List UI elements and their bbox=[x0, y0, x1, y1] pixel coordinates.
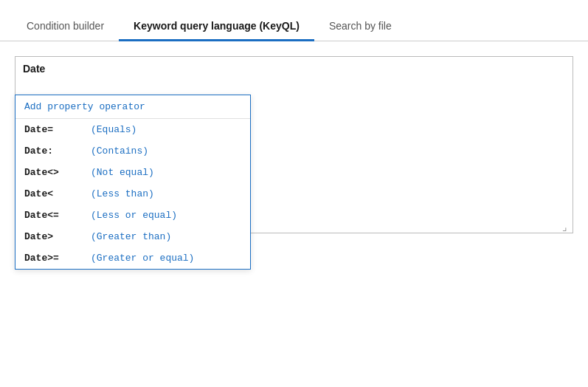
autocomplete-dropdown: Add property operator Date= (Equals) Dat… bbox=[15, 95, 251, 270]
dropdown-item-key-3: Date< bbox=[24, 188, 91, 199]
tab-condition-builder[interactable]: Condition builder bbox=[12, 11, 119, 41]
dropdown-item-key-1: Date: bbox=[24, 145, 91, 157]
dropdown-header[interactable]: Add property operator bbox=[15, 95, 250, 119]
query-label: Date bbox=[23, 63, 45, 75]
tab-search-by-file[interactable]: Search by file bbox=[314, 11, 407, 41]
dropdown-item-desc-4: (Less or equal) bbox=[91, 210, 177, 221]
dropdown-item-key-5: Date> bbox=[24, 231, 91, 242]
dropdown-item-key-4: Date<= bbox=[24, 210, 91, 221]
resize-handle[interactable]: ⌟ bbox=[562, 222, 571, 231]
dropdown-item-desc-1: (Contains) bbox=[91, 145, 148, 157]
dropdown-item-0[interactable]: Date= (Equals) bbox=[15, 119, 250, 140]
dropdown-item-desc-6: (Greater or equal) bbox=[91, 253, 194, 264]
dropdown-item-1[interactable]: Date: (Contains) bbox=[15, 140, 250, 162]
dropdown-item-2[interactable]: Date<> (Not equal) bbox=[15, 162, 250, 183]
dropdown-item-3[interactable]: Date< (Less than) bbox=[15, 183, 250, 205]
dropdown-item-key-2: Date<> bbox=[24, 167, 91, 178]
dropdown-item-desc-3: (Less than) bbox=[91, 188, 154, 199]
dropdown-item-key-6: Date>= bbox=[24, 253, 91, 264]
dropdown-item-desc-5: (Greater than) bbox=[91, 231, 171, 242]
main-content: Date ⌟ Add property operator Date= (Equa… bbox=[0, 41, 588, 387]
tab-keyql[interactable]: Keyword query language (KeyQL) bbox=[119, 11, 314, 41]
app-container: Condition builder Keyword query language… bbox=[0, 0, 588, 387]
dropdown-item-5[interactable]: Date> (Greater than) bbox=[15, 226, 250, 247]
dropdown-item-6[interactable]: Date>= (Greater or equal) bbox=[15, 247, 250, 269]
dropdown-item-key-0: Date= bbox=[24, 124, 91, 135]
dropdown-item-4[interactable]: Date<= (Less or equal) bbox=[15, 205, 250, 226]
tabs-bar: Condition builder Keyword query language… bbox=[0, 0, 588, 41]
dropdown-item-desc-0: (Equals) bbox=[91, 124, 136, 135]
dropdown-item-desc-2: (Not equal) bbox=[91, 167, 154, 178]
